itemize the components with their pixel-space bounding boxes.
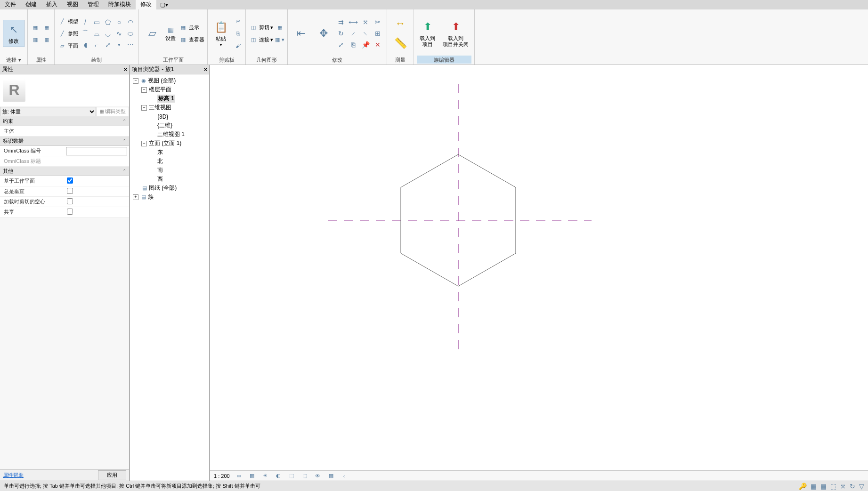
- copy2-icon[interactable]: ⎘: [348, 40, 358, 50]
- arc3-icon[interactable]: ⌓: [91, 28, 102, 39]
- vc-shadow[interactable]: ◐: [274, 472, 283, 480]
- delete-icon[interactable]: ✕: [373, 40, 383, 50]
- match-clipboard[interactable]: 🖌: [233, 40, 243, 51]
- menu-view[interactable]: 视图: [62, 0, 83, 9]
- type-selector[interactable]: 族: 体量: [0, 107, 96, 116]
- section-identity[interactable]: 标识数据⌃: [0, 137, 129, 146]
- tree-toggle[interactable]: +: [133, 194, 138, 200]
- tree-west[interactable]: 西: [157, 175, 163, 183]
- poly-icon[interactable]: ⬠: [103, 17, 113, 27]
- viewer-workplane[interactable]: ▦查看器: [178, 34, 204, 45]
- tree-east[interactable]: 东: [157, 148, 163, 156]
- menu-insert[interactable]: 插入: [41, 0, 62, 9]
- mirror2-icon[interactable]: ⤧: [360, 17, 371, 27]
- array-icon[interactable]: ⊞: [373, 28, 383, 39]
- tree-3d[interactable]: 三维视图: [149, 104, 171, 112]
- props-btn-4[interactable]: ▦: [42, 34, 51, 45]
- tree-level1[interactable]: 标高 1: [157, 95, 175, 103]
- offset-icon[interactable]: ⇉: [336, 17, 346, 27]
- draw-plane[interactable]: ▱平面: [57, 40, 78, 51]
- paste-button[interactable]: 📋粘贴▾: [211, 18, 231, 49]
- props-help-link[interactable]: 属性帮助: [3, 472, 24, 479]
- partial-ellipse-icon[interactable]: ◖: [80, 40, 90, 50]
- sb-filter-icon[interactable]: ▽: [859, 483, 864, 490]
- menu-file[interactable]: 文件: [0, 0, 21, 9]
- tree-3d-zh[interactable]: {三维}: [157, 121, 172, 129]
- set-workplane[interactable]: ▦设置: [164, 24, 177, 42]
- fillet-icon[interactable]: ⌐: [91, 40, 102, 50]
- extend-icon[interactable]: ⟍: [360, 28, 371, 39]
- sb-icon-1[interactable]: 🔑: [799, 483, 807, 490]
- section-other[interactable]: 其他⌃: [0, 167, 129, 176]
- circle-icon[interactable]: ○: [114, 17, 124, 27]
- align-button[interactable]: ⇤: [291, 24, 311, 43]
- browser-header[interactable]: 项目浏览器 - 族1 ×: [130, 65, 209, 74]
- sb-icon-2[interactable]: ▦: [811, 483, 817, 490]
- pin-icon[interactable]: 📌: [360, 40, 371, 50]
- tree-views[interactable]: 视图 (全部): [148, 77, 176, 85]
- trim-icon[interactable]: ⟋: [348, 28, 358, 39]
- tree-families[interactable]: 族: [148, 193, 154, 201]
- tree-3d-brace[interactable]: {3D}: [157, 113, 168, 120]
- tree-north[interactable]: 北: [157, 157, 163, 165]
- arc-icon[interactable]: ◠: [125, 17, 136, 27]
- vc-reveal[interactable]: ▦: [327, 472, 335, 480]
- tree-toggle[interactable]: −: [141, 105, 147, 111]
- draw-ref[interactable]: ╱参照: [57, 28, 78, 39]
- tree-elev[interactable]: 立面 (立面 1): [149, 139, 181, 147]
- sb-icon-3[interactable]: ▦: [820, 483, 827, 490]
- tree-toggle[interactable]: −: [133, 78, 138, 84]
- drawing-canvas[interactable]: [210, 65, 868, 470]
- shared-checkbox[interactable]: [67, 209, 73, 215]
- menu-addins[interactable]: 附加模块: [104, 0, 136, 9]
- load-close-button[interactable]: ⬆载入到 项目并关闭: [440, 17, 471, 49]
- geom-btn-1[interactable]: ▦: [275, 22, 284, 33]
- scale-icon[interactable]: ⤢: [336, 40, 346, 50]
- tree-floor[interactable]: 楼层平面: [149, 86, 171, 94]
- mirror-icon[interactable]: ⟷: [348, 17, 358, 27]
- edit-type-button[interactable]: ▦ 编辑类型: [96, 107, 129, 116]
- section-constraints[interactable]: 约束⌃: [0, 117, 129, 126]
- vc-crop2[interactable]: ⬚: [300, 472, 309, 480]
- menu-modify[interactable]: 修改: [136, 0, 156, 9]
- rotate-icon[interactable]: ↻: [336, 28, 346, 39]
- omni-num-input[interactable]: [66, 147, 127, 155]
- menu-create[interactable]: 创建: [21, 0, 41, 9]
- workplane-checkbox[interactable]: [67, 177, 73, 184]
- arc2-icon[interactable]: ⌒: [80, 28, 90, 39]
- menu-more-icon[interactable]: ▢▾: [156, 0, 172, 9]
- vc-detail[interactable]: ▭: [235, 472, 243, 480]
- sb-icon-6[interactable]: ↻: [850, 483, 855, 490]
- point-icon[interactable]: •: [114, 40, 124, 50]
- vertical-checkbox[interactable]: [67, 188, 73, 194]
- load-project-button[interactable]: ⬆载入到 项目: [417, 17, 438, 49]
- arc4-icon[interactable]: ◡: [103, 28, 113, 39]
- vc-hide[interactable]: 👁: [314, 472, 322, 480]
- vc-style[interactable]: ▦: [248, 472, 256, 480]
- more-icon[interactable]: ⋯: [125, 40, 136, 50]
- scale-display[interactable]: 1 : 200: [214, 473, 230, 479]
- menu-manage[interactable]: 管理: [83, 0, 104, 9]
- sb-icon-4[interactable]: ⬚: [830, 483, 836, 490]
- cutvoid-checkbox[interactable]: [67, 198, 73, 204]
- draw-model[interactable]: ╱模型: [57, 16, 78, 27]
- copy-clipboard[interactable]: ⎘: [233, 28, 243, 39]
- measure-button[interactable]: 📏: [390, 34, 411, 53]
- rect-icon[interactable]: ▭: [91, 17, 102, 27]
- tree-3d-1[interactable]: 三维视图 1: [157, 130, 185, 138]
- close-icon[interactable]: ×: [204, 66, 207, 73]
- split-icon[interactable]: ✂: [373, 17, 383, 27]
- tree-sheets[interactable]: 图纸 (全部): [149, 184, 177, 192]
- cut-clipboard[interactable]: ✂: [233, 16, 243, 27]
- geom-btn-2[interactable]: ▦ ▾: [275, 34, 284, 45]
- tree-toggle[interactable]: −: [141, 141, 147, 146]
- move-button[interactable]: ✥: [313, 24, 334, 43]
- modify-button[interactable]: ↖ 修改: [3, 20, 24, 47]
- line-icon[interactable]: /: [80, 17, 90, 27]
- vc-left[interactable]: ‹: [340, 472, 349, 480]
- show-workplane[interactable]: ▦显示: [178, 22, 204, 33]
- dimension-button[interactable]: ↔: [390, 14, 411, 33]
- tree-toggle[interactable]: −: [141, 87, 147, 93]
- close-icon[interactable]: ×: [124, 66, 127, 73]
- apply-button[interactable]: 应用: [98, 470, 126, 480]
